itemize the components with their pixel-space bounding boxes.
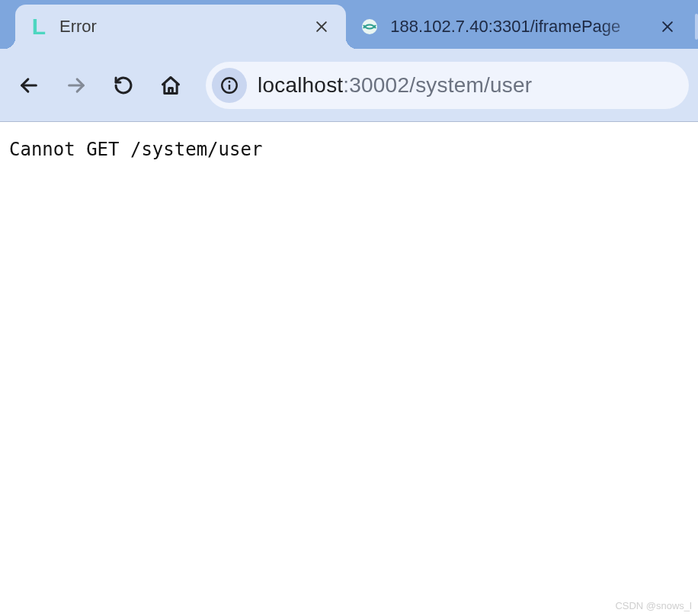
tab-active[interactable]: L Error <box>15 5 346 49</box>
tab-close-button[interactable] <box>655 14 680 39</box>
info-icon <box>219 75 239 95</box>
error-message: Cannot GET /system/user <box>9 139 689 160</box>
back-button[interactable] <box>9 66 49 105</box>
site-info-button[interactable] <box>212 68 247 103</box>
home-button[interactable] <box>151 66 191 105</box>
reload-icon <box>113 75 134 96</box>
tab-strip-end-indicator <box>695 14 698 40</box>
url-host: localhost <box>258 73 343 97</box>
address-bar[interactable]: localhost:30002/system/user <box>206 62 689 109</box>
favicon-swirl-icon <box>360 17 379 37</box>
arrow-right-icon <box>66 75 87 96</box>
forward-button[interactable] <box>56 66 96 105</box>
close-icon <box>314 19 329 34</box>
toolbar: localhost:30002/system/user <box>0 49 698 122</box>
favicon-letter-icon: L <box>29 17 49 37</box>
tab-inactive[interactable]: 188.102.7.40:3301/iframePage <box>346 5 692 49</box>
url-path: :30002/system/user <box>343 73 532 97</box>
svg-point-9 <box>229 80 231 82</box>
tab-close-button[interactable] <box>309 14 334 39</box>
watermark: CSDN @snows_l <box>615 600 692 611</box>
tab-strip: L Error 188.102.7.40:3301/iframePage <box>0 0 698 49</box>
browser-chrome: L Error 188.102.7.40:3301/iframePage <box>0 0 698 122</box>
close-icon <box>660 19 675 34</box>
arrow-left-icon <box>18 75 40 96</box>
tab-title: Error <box>59 17 305 37</box>
url-text: localhost:30002/system/user <box>258 73 532 98</box>
reload-button[interactable] <box>104 66 143 105</box>
home-icon <box>160 75 181 96</box>
tab-title: 188.102.7.40:3301/iframePage <box>390 17 651 37</box>
page-body: Cannot GET /system/user <box>0 122 698 177</box>
